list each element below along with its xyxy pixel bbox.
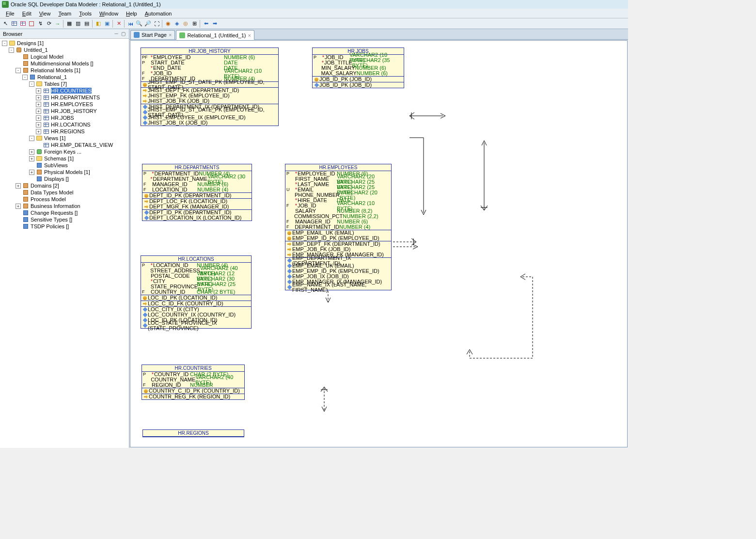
tree-toggle-icon[interactable]: [16, 54, 21, 60]
tree-toggle-icon[interactable]: -: [29, 81, 34, 87]
tree-toggle-icon[interactable]: +: [36, 102, 41, 107]
tree-item[interactable]: -Tables [7]: [0, 80, 129, 87]
back-icon[interactable]: ⬅: [202, 19, 210, 28]
tree-item[interactable]: -Untitled_1: [0, 47, 129, 53]
tree-toggle-icon[interactable]: [16, 190, 21, 195]
tree-item[interactable]: +Domains [2]: [0, 182, 129, 189]
layout3-icon[interactable]: ▤: [82, 19, 91, 28]
tree-item[interactable]: Multidimensional Models []: [0, 60, 129, 67]
tree-item[interactable]: +Business Information: [0, 203, 129, 209]
tree-item[interactable]: Sensitive Types []: [0, 216, 129, 223]
nav3-icon[interactable]: ◎: [181, 19, 190, 28]
note-icon[interactable]: ◧: [94, 19, 103, 28]
close-icon[interactable]: ×: [248, 32, 251, 38]
forward-icon[interactable]: ➡: [210, 19, 219, 28]
tree-item[interactable]: HR.EMP_DETAILS_VIEW: [0, 142, 129, 148]
tree-item[interactable]: +HR.COUNTRIES: [0, 87, 129, 94]
tree-toggle-icon[interactable]: +: [36, 129, 41, 134]
entity-regions[interactable]: HR.REGIONS: [142, 429, 244, 437]
browser-tree[interactable]: -Designs [1]-Untitled_1Logical ModelMult…: [0, 39, 129, 448]
tree-item[interactable]: Data Types Model: [0, 189, 129, 196]
tree-toggle-icon[interactable]: [29, 176, 34, 182]
tree-item[interactable]: +HR.LOCATIONS: [0, 121, 129, 128]
refresh-icon[interactable]: ⟳: [45, 19, 53, 28]
tab-relational-1-untitled-1-[interactable]: Relational_1 (Untitled_1)×: [176, 30, 254, 40]
tree-toggle-icon[interactable]: +: [36, 115, 41, 121]
tree-item[interactable]: -Relational Models [1]: [0, 67, 129, 74]
tree-item[interactable]: Logical Model: [0, 53, 129, 60]
entity-countries[interactable]: HR.COUNTRIESP*COUNTRY_IDCHAR (2 BYTE) CO…: [142, 365, 245, 400]
menu-automation[interactable]: Automation: [141, 10, 176, 17]
entity-departments[interactable]: HR.DEPARTMENTSP*DEPARTMENT_IDNUMBER (4)*…: [142, 164, 252, 221]
diagram-canvas[interactable]: HR.JOB_HISTORYPF*EMPLOYEE_IDNUMBER (6)P …: [130, 40, 628, 447]
tree-toggle-icon[interactable]: +: [16, 183, 21, 189]
menu-team[interactable]: Team: [54, 10, 75, 17]
zoom-in-icon[interactable]: 🔍: [135, 19, 143, 28]
nav2-icon[interactable]: ◈: [173, 19, 181, 28]
tree-item[interactable]: TSDP Policies []: [0, 223, 129, 230]
link-icon[interactable]: ↯: [36, 19, 45, 28]
tree-toggle-icon[interactable]: +: [36, 95, 41, 100]
layout1-icon[interactable]: ▦: [65, 19, 74, 28]
tree-toggle-icon[interactable]: [16, 61, 21, 66]
fit-icon[interactable]: ⛶: [152, 19, 161, 28]
tree-item[interactable]: +Physical Models [1]: [0, 169, 129, 175]
tree-toggle-icon[interactable]: +: [36, 88, 41, 94]
layout2-icon[interactable]: ▥: [74, 19, 82, 28]
tab-start-page[interactable]: Start Page×: [130, 30, 175, 39]
menu-edit[interactable]: Edit: [18, 10, 35, 17]
zoom-out-icon[interactable]: 🔎: [143, 19, 152, 28]
tree-toggle-icon[interactable]: [16, 210, 21, 216]
tree-toggle-icon[interactable]: -: [29, 136, 34, 141]
arrow-right-icon[interactable]: →: [53, 19, 62, 28]
menu-window[interactable]: Window: [95, 10, 122, 17]
menu-help[interactable]: Help: [122, 10, 141, 17]
menu-tools[interactable]: Tools: [75, 10, 95, 17]
tree-toggle-icon[interactable]: [36, 143, 41, 148]
tree-toggle-icon[interactable]: +: [36, 122, 41, 127]
tree-toggle-icon[interactable]: [16, 217, 21, 222]
tree-item[interactable]: +HR.EMPLOYEES: [0, 101, 129, 108]
tree-toggle-icon[interactable]: -: [9, 48, 14, 53]
box-icon[interactable]: [27, 19, 36, 28]
entity-job_history[interactable]: HR.JOB_HISTORYPF*EMPLOYEE_IDNUMBER (6)P …: [141, 48, 279, 126]
close-panel-icon[interactable]: ▢: [120, 31, 126, 37]
tree-toggle-icon[interactable]: +: [29, 149, 34, 155]
nav4-icon[interactable]: ⊞: [190, 19, 199, 28]
tree-item[interactable]: +HR.DEPARTMENTS: [0, 94, 129, 101]
menu-view[interactable]: View: [35, 10, 55, 17]
tree-item[interactable]: +Schemas [1]: [0, 155, 129, 162]
tree-toggle-icon[interactable]: [16, 224, 21, 229]
delete-icon[interactable]: ✕: [114, 19, 123, 28]
tree-toggle-icon[interactable]: [29, 163, 34, 168]
minimize-panel-icon[interactable]: ─: [113, 31, 119, 37]
tree-item[interactable]: +HR.JOBS: [0, 114, 129, 121]
close-icon[interactable]: ×: [169, 32, 172, 38]
new-table-icon[interactable]: [10, 19, 18, 28]
entity-jobs[interactable]: HR.JOBSP*JOB_IDVARCHAR2 (10 BYTE)*JOB_TI…: [312, 48, 404, 88]
entity-employees[interactable]: HR.EMPLOYEESP*EMPLOYEE_IDNUMBER (6) FIRS…: [285, 164, 392, 290]
zoom-reset-icon[interactable]: ⏮: [126, 19, 135, 28]
pointer-icon[interactable]: ↖: [1, 19, 10, 28]
tree-item[interactable]: Displays []: [0, 175, 129, 182]
tree-item[interactable]: Process Model: [0, 196, 129, 203]
tree-toggle-icon[interactable]: -: [2, 41, 7, 46]
tree-toggle-icon[interactable]: -: [16, 68, 21, 73]
new-view-icon[interactable]: [18, 19, 27, 28]
tree-item[interactable]: +HR.REGIONS: [0, 128, 129, 135]
image-icon[interactable]: ▣: [103, 19, 111, 28]
tree-toggle-icon[interactable]: +: [29, 156, 34, 161]
tree-toggle-icon[interactable]: [16, 197, 21, 202]
tree-item[interactable]: -Views [1]: [0, 135, 129, 142]
tree-item[interactable]: +HR.JOB_HISTORY: [0, 108, 129, 114]
entity-locations[interactable]: HR.LOCATIONSP*LOCATION_IDNUMBER (4) STRE…: [141, 255, 252, 329]
tree-item[interactable]: -Designs [1]: [0, 40, 129, 47]
tree-toggle-icon[interactable]: -: [22, 75, 28, 80]
tree-item[interactable]: Change Requests []: [0, 209, 129, 216]
menu-file[interactable]: File: [2, 10, 18, 17]
tree-toggle-icon[interactable]: +: [36, 109, 41, 114]
tree-toggle-icon[interactable]: +: [16, 204, 21, 209]
tree-item[interactable]: -Relational_1: [0, 74, 129, 80]
tree-item[interactable]: SubViews: [0, 162, 129, 169]
nav1-icon[interactable]: ◉: [164, 19, 173, 28]
